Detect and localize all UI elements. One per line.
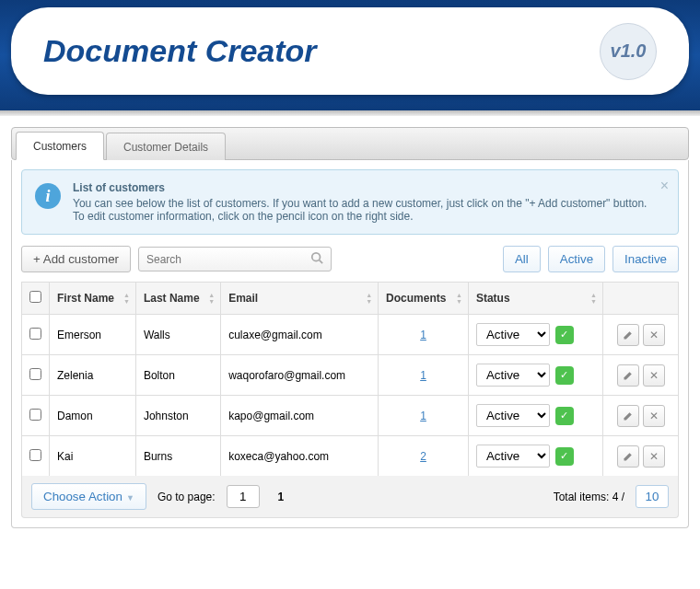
close-icon[interactable]: × xyxy=(660,178,669,194)
version-badge: v1.0 xyxy=(600,23,657,80)
edit-button[interactable] xyxy=(617,445,639,468)
cell-first: Zelenia xyxy=(50,355,136,396)
col-last: Last Name▲▼ xyxy=(135,283,220,315)
info-body: You can see below the list of customers.… xyxy=(73,197,650,223)
edit-button[interactable] xyxy=(617,364,639,387)
filter-all-button[interactable]: All xyxy=(503,246,541,272)
table-row: ZeleniaBoltonwaqorofaro@gmail.com1Active… xyxy=(22,355,679,396)
row-checkbox[interactable] xyxy=(29,409,41,421)
toolbar: + Add customer All Active Inactive xyxy=(21,246,679,272)
cell-email: waqorofaro@gmail.com xyxy=(221,355,379,396)
info-title: List of customers xyxy=(73,181,650,194)
row-checkbox[interactable] xyxy=(29,328,41,340)
info-icon xyxy=(35,183,61,209)
page-input[interactable] xyxy=(227,485,260,508)
svg-point-0 xyxy=(312,253,321,261)
header-pill: Document Creator v1.0 xyxy=(11,7,689,95)
table-row: EmersonWallsculaxe@gmail.com1ActiveInact… xyxy=(22,315,679,355)
check-icon: ✓ xyxy=(555,326,574,344)
chevron-down-icon: ▼ xyxy=(126,493,134,502)
cell-first: Kai xyxy=(50,436,136,477)
edit-button[interactable] xyxy=(617,324,639,346)
tabs-bar: Customers Customer Details xyxy=(11,127,689,160)
choose-action-button[interactable]: Choose Action▼ xyxy=(31,483,146,510)
cell-last: Burns xyxy=(135,436,220,477)
delete-button[interactable]: ✕ xyxy=(643,405,665,427)
col-docs: Documents▲▼ xyxy=(379,283,469,315)
sort-icon[interactable]: ▲▼ xyxy=(366,292,372,305)
sort-icon[interactable]: ▲▼ xyxy=(456,292,462,305)
table-footer: Choose Action▼ Go to page: 1 Total items… xyxy=(21,476,679,518)
documents-link[interactable]: 1 xyxy=(420,369,426,382)
edit-button[interactable] xyxy=(617,405,639,427)
customers-table: First Name▲▼ Last Name▲▼ Email▲▼ Documen… xyxy=(21,282,679,477)
col-first: First Name▲▼ xyxy=(50,283,136,315)
search-input-wrap[interactable] xyxy=(138,247,332,271)
delete-button[interactable]: ✕ xyxy=(643,324,665,346)
check-icon: ✓ xyxy=(555,407,574,425)
table-row: DamonJohnstonkapo@gmail.com1ActiveInacti… xyxy=(22,396,679,436)
goto-page-label: Go to page: xyxy=(158,491,216,503)
add-customer-button[interactable]: + Add customer xyxy=(21,246,131,272)
header: Document Creator v1.0 xyxy=(0,0,700,110)
sort-icon[interactable]: ▲▼ xyxy=(590,292,597,305)
tab-customer-details[interactable]: Customer Details xyxy=(106,133,226,160)
row-checkbox[interactable] xyxy=(29,368,41,380)
status-select[interactable]: ActiveInactive xyxy=(476,445,550,468)
cell-email: kapo@gmail.com xyxy=(221,396,379,436)
info-box: × List of customers You can see below th… xyxy=(21,169,679,235)
per-page-input[interactable] xyxy=(636,485,669,508)
cell-first: Damon xyxy=(50,396,136,436)
documents-link[interactable]: 2 xyxy=(420,450,426,463)
col-select xyxy=(22,283,50,315)
cell-email: culaxe@gmail.com xyxy=(221,315,379,355)
documents-link[interactable]: 1 xyxy=(420,410,426,422)
total-items-label: Total items: 4 / xyxy=(554,491,624,503)
check-icon: ✓ xyxy=(555,366,574,385)
svg-line-1 xyxy=(320,260,323,264)
sort-icon[interactable]: ▲▼ xyxy=(208,292,215,305)
filter-inactive-button[interactable]: Inactive xyxy=(612,246,679,272)
cell-first: Emerson xyxy=(50,315,136,355)
delete-button[interactable]: ✕ xyxy=(643,364,665,387)
delete-button[interactable]: ✕ xyxy=(643,445,665,468)
cell-last: Walls xyxy=(135,315,220,355)
cell-last: Johnston xyxy=(135,396,220,436)
search-input[interactable] xyxy=(146,253,310,266)
status-select[interactable]: ActiveInactive xyxy=(476,364,550,387)
page-count: 1 xyxy=(278,491,285,503)
cell-email: koxeca@yahoo.com xyxy=(221,436,379,477)
search-icon xyxy=(310,251,323,267)
panel: × List of customers You can see below th… xyxy=(11,160,689,528)
app-title: Document Creator xyxy=(43,33,600,69)
col-email: Email▲▼ xyxy=(221,283,379,315)
documents-link[interactable]: 1 xyxy=(420,329,426,341)
select-all-checkbox[interactable] xyxy=(29,291,41,303)
sort-icon[interactable]: ▲▼ xyxy=(123,292,130,305)
cell-last: Bolton xyxy=(135,355,220,396)
check-icon: ✓ xyxy=(555,447,574,466)
col-status: Status▲▼ xyxy=(468,283,602,315)
status-select[interactable]: ActiveInactive xyxy=(476,404,550,427)
table-row: KaiBurnskoxeca@yahoo.com2ActiveInactive✓… xyxy=(22,436,679,477)
tab-customers[interactable]: Customers xyxy=(16,132,104,160)
row-checkbox[interactable] xyxy=(29,449,41,461)
status-select[interactable]: ActiveInactive xyxy=(476,323,550,346)
col-actions xyxy=(603,283,679,315)
filter-active-button[interactable]: Active xyxy=(548,246,605,272)
